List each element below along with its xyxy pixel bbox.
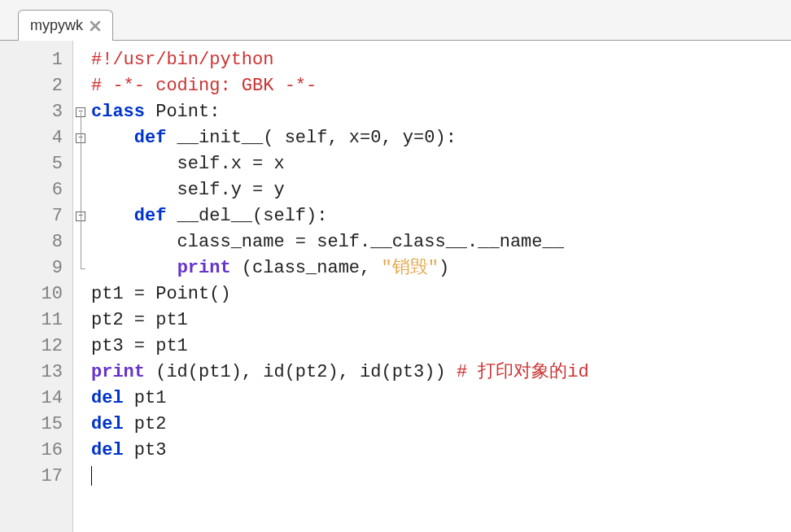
- fold-cell: [73, 334, 88, 360]
- fold-column: −−−: [73, 41, 88, 532]
- fold-cell: [73, 281, 88, 307]
- line-number: 1: [0, 47, 72, 73]
- line-number: 7: [0, 203, 72, 229]
- line-number: 15: [0, 412, 72, 438]
- fold-cell: [73, 255, 88, 281]
- code-line[interactable]: class_name = self.__class__.__name__: [88, 229, 791, 255]
- code-line[interactable]: pt3 = pt1: [88, 334, 791, 360]
- line-number: 14: [0, 386, 72, 412]
- editor-pane: 1234567891011121314151617 −−− #!/usr/bin…: [0, 41, 791, 532]
- fold-cell: [73, 438, 88, 464]
- fold-cell: [73, 73, 88, 99]
- code-line[interactable]: print (id(pt1), id(pt2), id(pt3)) # 打印对象…: [88, 360, 791, 386]
- line-number: 6: [0, 177, 72, 203]
- fold-cell: [73, 412, 88, 438]
- fold-cell: [73, 464, 88, 490]
- line-number-gutter: 1234567891011121314151617: [0, 41, 73, 532]
- fold-cell: [73, 47, 88, 73]
- code-line[interactable]: self.x = x: [88, 151, 791, 177]
- code-line[interactable]: pt2 = pt1: [88, 307, 791, 334]
- editor-tab[interactable]: mypywk: [18, 10, 113, 41]
- line-number: 13: [0, 360, 72, 386]
- line-number: 2: [0, 73, 72, 99]
- line-number: 10: [0, 281, 72, 307]
- line-number: 12: [0, 334, 72, 360]
- code-line[interactable]: [88, 464, 791, 490]
- line-number: 11: [0, 307, 72, 334]
- line-number: 9: [0, 255, 72, 281]
- line-number: 5: [0, 151, 72, 177]
- code-line[interactable]: del pt1: [88, 386, 791, 412]
- line-number: 4: [0, 125, 72, 151]
- fold-cell: −: [73, 125, 88, 151]
- code-line[interactable]: # -*- coding: GBK -*-: [88, 73, 791, 99]
- code-line[interactable]: def __init__( self, x=0, y=0):: [88, 125, 791, 151]
- line-number: 3: [0, 99, 72, 125]
- line-number: 8: [0, 229, 72, 255]
- code-area[interactable]: #!/usr/bin/python# -*- coding: GBK -*-cl…: [88, 41, 791, 532]
- fold-cell: −: [73, 99, 88, 125]
- fold-cell: [73, 386, 88, 412]
- fold-cell: −: [73, 203, 88, 229]
- code-line[interactable]: del pt2: [88, 412, 791, 438]
- code-line[interactable]: #!/usr/bin/python: [88, 47, 791, 73]
- tab-label: mypywk: [30, 17, 83, 34]
- close-icon[interactable]: [88, 19, 103, 33]
- fold-cell: [73, 360, 88, 386]
- code-line[interactable]: class Point:: [88, 99, 791, 125]
- code-line[interactable]: self.y = y: [88, 177, 791, 203]
- line-number: 16: [0, 438, 72, 464]
- line-number: 17: [0, 464, 72, 490]
- tab-bar: mypywk: [0, 0, 791, 41]
- code-line[interactable]: def __del__(self):: [88, 203, 791, 229]
- fold-cell: [73, 151, 88, 177]
- fold-cell: [73, 307, 88, 334]
- fold-cell: [73, 177, 88, 203]
- code-line[interactable]: del pt3: [88, 438, 791, 464]
- code-line[interactable]: pt1 = Point(): [88, 281, 791, 307]
- fold-cell: [73, 229, 88, 255]
- code-line[interactable]: print (class_name, "销毁"): [88, 255, 791, 281]
